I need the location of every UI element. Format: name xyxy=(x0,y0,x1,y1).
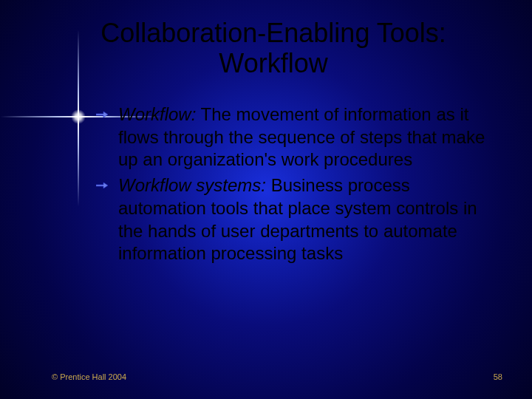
bullet-term: Workflow systems: xyxy=(118,175,266,195)
slide: Collaboration-Enabling Tools: Workflow W… xyxy=(0,0,532,399)
bullet-term: Workflow: xyxy=(118,104,196,124)
arrow-bullet-icon xyxy=(96,182,108,189)
bullet-item: Workflow systems: Business process autom… xyxy=(96,174,495,265)
slide-body: Workflow: The movement of information as… xyxy=(96,103,495,268)
footer-copyright: © Prentice Hall 2004 xyxy=(52,372,126,381)
slide-title: Collaboration-Enabling Tools: Workflow xyxy=(66,18,480,79)
footer-page-number: 58 xyxy=(494,372,502,381)
bullet-text: Workflow systems: Business process autom… xyxy=(118,175,477,263)
arrow-bullet-icon xyxy=(96,111,108,118)
lens-flare-core xyxy=(71,109,86,124)
bullet-text: Workflow: The movement of information as… xyxy=(118,104,485,169)
bullet-item: Workflow: The movement of information as… xyxy=(96,103,495,171)
